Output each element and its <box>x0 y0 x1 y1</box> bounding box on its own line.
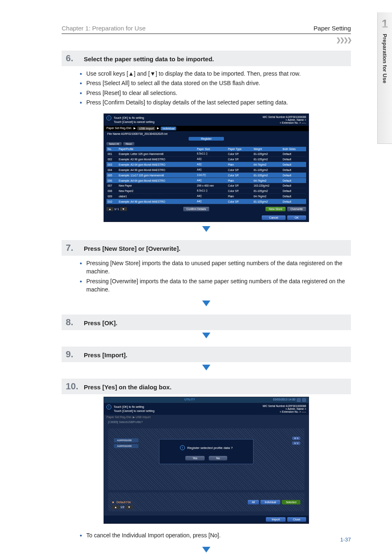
table-cell: Color SP. <box>227 188 253 194</box>
no-button[interactable]: No <box>209 456 227 460</box>
cancel-button[interactable]: Cancel <box>262 215 286 220</box>
table-row[interactable]: 002Example: A3 90 gsm Mondi MAESTROA3▯Co… <box>106 157 306 162</box>
table-cell: Example: A4 90 gsm Mondi MAESTRO <box>118 199 196 204</box>
memory-icon <box>297 398 301 402</box>
scr1-topbar: i Touch [OK] to fix setting Touch [Cance… <box>104 114 309 126</box>
step-9-head: 9. Press [Import]. <box>62 347 351 362</box>
up-arrow-button[interactable]: ▲ <box>112 505 119 509</box>
scr1-toolbar: Select All Reset <box>104 141 309 147</box>
table-cell: A3▯ <box>196 157 226 162</box>
table-cell: 81-105g/m2 <box>252 167 281 173</box>
table-cell: Example: A3 90 gsm Mondi MAESTRO <box>118 157 196 162</box>
chevron-divider: ❯❯❯❯ <box>62 37 351 43</box>
step-9-title: Press [Import]. <box>84 352 127 358</box>
step-10-title: Press [Yes] on the dialog box. <box>84 384 171 391</box>
svg-marker-4 <box>202 547 210 553</box>
step-10-after-bullets: To cancel the Individual Import operatio… <box>62 528 351 544</box>
info-icon: i <box>106 405 111 409</box>
step-7-title: Press [New Store] or [Overwrite]. <box>84 245 180 252</box>
crumb-seg[interactable]: USB Import <box>137 127 155 130</box>
table-cell: 008 <box>106 188 118 194</box>
table-cell: Default <box>281 194 306 199</box>
overwrite-button[interactable]: Overwrite <box>287 207 306 211</box>
svg-marker-0 <box>202 226 210 232</box>
scr2-msg2: Touch [Cancel] to cancel setting <box>114 409 154 412</box>
new-store-button[interactable]: New Store <box>265 207 286 211</box>
scr2-titlebar-right: 03/03/2013 14:00 <box>273 398 307 402</box>
table-cell: Default <box>281 167 306 173</box>
bullet-text: Press [Reset] to clear all selections. <box>86 89 347 97</box>
individual-button[interactable]: Individual <box>261 500 280 504</box>
confirm-details-button[interactable]: Confirm Details <box>183 207 210 211</box>
table-cell: Example: A4 64 gsm Mondi MAESTRO <box>118 178 196 183</box>
down-arrow-icon <box>62 365 351 372</box>
all-button[interactable]: All <box>248 500 259 504</box>
file-label[interactable]: A1RF001000 <box>114 438 138 442</box>
table-cell: New Paper <box>118 183 196 188</box>
scr1-bottom-bar: Cancel OK <box>104 214 309 222</box>
table-row[interactable]: 005Example: 11x17 105 gsm Hammermill11x1… <box>106 173 306 178</box>
down-arrow-button[interactable]: ▼ <box>120 207 127 211</box>
table-row[interactable]: 009otabe1A4▯Plain64-74g/m2Default <box>106 194 306 199</box>
register-tab-label[interactable]: Register <box>189 137 224 141</box>
ok-button[interactable]: OK <box>287 215 306 220</box>
table-row[interactable]: 010Example: A4 90 gsm Mondi MAESTROA4▯Co… <box>106 199 306 204</box>
crumb-seg-active[interactable]: Individual <box>161 127 176 130</box>
reset-button[interactable]: Reset <box>123 142 135 146</box>
table-cell: Color SP. <box>227 157 253 162</box>
scr2-bottom-bar: Import Close <box>104 516 309 523</box>
scr2-topbar: i Touch [OK] to fix setting Touch [Cance… <box>104 403 309 415</box>
table-cell: A3▯ <box>196 162 226 167</box>
scr2-breadcrumb: Paper Set Reg./Del. ▶ USB Import <box>104 415 309 420</box>
table-cell: 007 <box>106 183 118 188</box>
scr2-lower-bar: ■ Default File All Individual Selected ▲… <box>108 493 304 511</box>
table-row[interactable]: 001Example: Letter 105 gsm Hammermill8.5… <box>106 151 306 157</box>
table-cell: 8.5x11 ▯ <box>196 188 226 194</box>
scr2-body: A1RF001000 A1RF021000 0/ 0 1/ 2 i Regist… <box>104 424 309 516</box>
scr2-utility-label: UTILITY <box>184 398 195 402</box>
table-row[interactable]: 008New Paper28.5x11 ▯Color SP.81-105g/m2… <box>106 188 306 194</box>
scr2-lower-right: All Individual Selected <box>248 500 300 504</box>
up-arrow-button[interactable]: ▲ <box>106 207 113 211</box>
file-label[interactable]: A1RF021000 <box>114 444 138 448</box>
dialog-message-row: i Register selected profile data ? <box>163 445 250 450</box>
table-cell: Example: A3 64 gsm Mondi MAESTRO <box>118 162 196 167</box>
scr1-serial-block: M/C Serial Number A1RF001000008 < Admin.… <box>263 116 306 124</box>
confirm-dialog: i Register selected profile data ? Yes N… <box>159 439 254 464</box>
step-6-head: 6. Select the paper setting data to be i… <box>62 51 351 66</box>
table-row[interactable]: 006Example: A4 64 gsm Mondi MAESTROA4▯Pl… <box>106 178 306 183</box>
table-cell: 002 <box>106 157 118 162</box>
table-header-cell: No. <box>106 147 118 151</box>
chapter-title: Chapter 1: Preparation for Use <box>62 25 145 32</box>
step-6: 6. Select the paper setting data to be i… <box>62 51 351 234</box>
chapter-side-label: Preparation for Use <box>382 34 388 83</box>
table-cell: 006 <box>106 178 118 183</box>
scr1-ext: < Extension No. > ----- <box>263 121 306 124</box>
table-cell: otabe1 <box>118 194 196 199</box>
table-cell: 8.5x11 ▯ <box>196 151 226 157</box>
table-row[interactable]: 003Example: A3 64 gsm Mondi MAESTROA3▯Pl… <box>106 162 306 167</box>
table-cell: A4▯ <box>196 178 226 183</box>
table-header-cell: Paper Type <box>227 147 253 151</box>
default-file-label: Default File <box>116 501 131 504</box>
scr2-ext: < Extension No. > ----- <box>263 410 306 413</box>
down-arrow-button[interactable]: ▼ <box>126 505 133 509</box>
yes-button[interactable]: Yes <box>185 456 205 460</box>
table-row[interactable]: 007New Paper299 x 400 mmColor SP.163-220… <box>106 183 306 188</box>
table-cell: Default <box>281 157 306 162</box>
close-button[interactable]: Close <box>287 517 306 522</box>
table-cell: Plain <box>227 178 253 183</box>
table-header-cell: Both Sides <box>281 147 306 151</box>
step-7-head: 7. Press [New Store] or [Overwrite]. <box>62 240 351 256</box>
help-icon[interactable] <box>302 398 306 402</box>
selected-button[interactable]: Selected <box>282 500 300 504</box>
table-row[interactable]: 004Example: A4 90 gsm Mondi MAESTROA4▯Co… <box>106 167 306 173</box>
table-cell: 64-74g/m2 <box>252 194 281 199</box>
scr2-datetime: 03/03/2013 14:00 <box>273 398 296 402</box>
step-7-bullets: Pressing [New Store] imports the data to… <box>62 256 351 298</box>
table-cell: 81-105g/m2 <box>252 151 281 157</box>
table-cell: Default <box>281 178 306 183</box>
select-all-button[interactable]: Select All <box>106 142 122 146</box>
step-8-title: Press [OK]. <box>84 319 118 326</box>
import-button[interactable]: Import <box>266 517 286 522</box>
